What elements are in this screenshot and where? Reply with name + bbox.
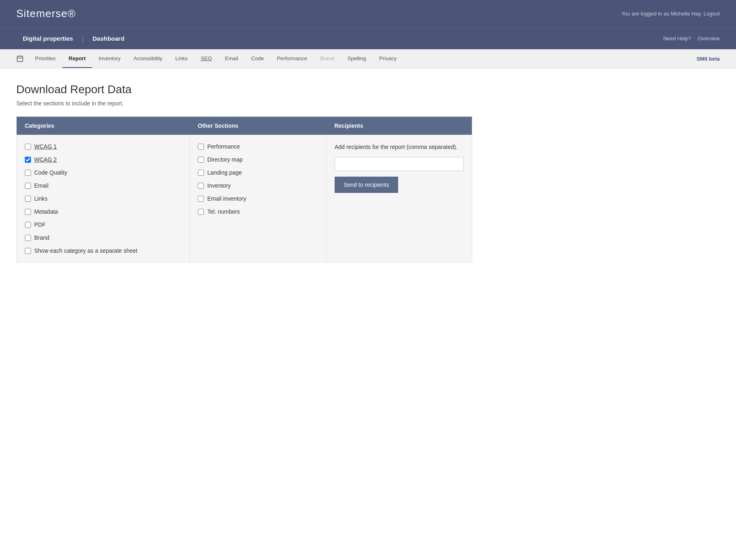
pdf-label: PDF [34,221,46,228]
subnav-report[interactable]: Report [62,50,92,68]
list-item: Show each category as a separate sheet [25,247,181,254]
recipients-cell: Add recipients for the report (comma sep… [326,135,472,262]
email-inventory-label: Email inventory [207,195,246,202]
subnav-inventory[interactable]: Inventory [92,50,127,68]
wcag1-checkbox[interactable] [25,144,31,150]
page-title: Download Report Data [16,83,472,96]
performance-checkbox[interactable] [198,144,204,150]
nav-bar: Digital properties | Dashboard Need Help… [0,27,736,49]
send-to-recipients-button[interactable]: Send to recipients [335,177,398,193]
recipients-input[interactable] [335,157,464,171]
list-item: Performance [198,143,318,150]
directory-map-label: Directory map [207,156,243,163]
other-sections-cell: Performance Directory map Landing page I… [190,135,326,262]
page-subtitle: Select the sections to include in the re… [16,100,472,107]
list-item: Metadata [25,208,181,215]
need-help-link[interactable]: Need Help? [663,35,691,42]
list-item: Email inventory [198,195,318,202]
nav-digital-properties[interactable]: Digital properties [16,28,79,49]
subnav-spelling[interactable]: Spelling [341,50,372,68]
sub-nav: Priorities Report Inventory Accessibilit… [0,49,736,68]
logout-link[interactable]: Logout [703,11,720,17]
calendar-icon [16,49,28,68]
subnav-links[interactable]: Links [169,50,194,68]
tel-numbers-label: Tel. numbers [207,208,240,215]
subnav-performance[interactable]: Performance [270,50,313,68]
wcag1-label[interactable]: WCAG 1 [34,143,57,150]
nav-right: Need Help? Overview [663,35,720,42]
list-item: Code Quality [25,169,181,176]
top-bar: Sitemerse® You are logged in as Michelle… [0,0,736,27]
subnav-accessibility[interactable]: Accessibility [127,50,169,68]
subnav-seo[interactable]: SEO [194,50,218,68]
email-label: Email [34,182,48,189]
user-info-text: You are logged in as Michelle Hay. [621,11,702,17]
col-header-recipients: Recipients [326,117,472,135]
inventory-label: Inventory [207,182,231,189]
nav-divider: | [79,28,86,49]
links-label: Links [34,195,48,202]
nav-left: Digital properties | Dashboard [16,28,131,49]
separate-sheet-checkbox[interactable] [25,248,31,254]
list-item: Inventory [198,182,318,189]
user-info-bar: You are logged in as Michelle Hay. Logou… [621,11,720,17]
list-item: WCAG 1 [25,143,181,150]
recipients-label: Add recipients for the report (comma sep… [335,143,464,151]
tel-numbers-checkbox[interactable] [198,209,204,215]
svg-rect-0 [17,56,23,62]
list-item: Links [25,195,181,202]
landing-page-label: Landing page [207,169,242,176]
overview-link[interactable]: Overview [698,35,720,42]
col-header-other: Other Sections [190,117,326,135]
list-item: Tel. numbers [198,208,318,215]
brand-checkbox[interactable] [25,235,31,241]
report-table: Categories Other Sections Recipients WCA… [16,116,472,262]
wcag2-checkbox[interactable] [25,157,31,163]
brand-label: Brand [34,234,49,241]
code-quality-label: Code Quality [34,169,67,176]
beta-label: SMII beta [697,50,720,68]
metadata-label: Metadata [34,208,58,215]
list-item: Directory map [198,156,318,163]
subnav-priorities[interactable]: Priorities [28,50,62,68]
wcag2-label[interactable]: WCAG 2 [34,156,57,163]
links-checkbox[interactable] [25,196,31,202]
email-inventory-checkbox[interactable] [198,196,204,202]
performance-label: Performance [207,143,240,150]
logo: Sitemerse® [16,7,76,20]
subnav-code[interactable]: Code [245,50,270,68]
landing-page-checkbox[interactable] [198,170,204,176]
code-quality-checkbox[interactable] [25,170,31,176]
metadata-checkbox[interactable] [25,209,31,215]
list-item: Landing page [198,169,318,176]
list-item: WCAG 2 [25,156,181,163]
inventory-checkbox[interactable] [198,183,204,189]
categories-cell: WCAG 1 WCAG 2 Code Quality Email [17,135,190,262]
nav-dashboard[interactable]: Dashboard [86,28,131,49]
subnav-brand[interactable]: Brand [314,50,341,68]
directory-map-checkbox[interactable] [198,157,204,163]
email-checkbox[interactable] [25,183,31,189]
main-content: Download Report Data Select the sections… [0,68,488,277]
subnav-privacy[interactable]: Privacy [373,50,403,68]
list-item: Email [25,182,181,189]
list-item: PDF [25,221,181,228]
separate-sheet-label: Show each category as a separate sheet [34,247,138,254]
list-item: Brand [25,234,181,241]
subnav-email[interactable]: Email [219,50,245,68]
pdf-checkbox[interactable] [25,222,31,228]
col-header-categories: Categories [17,117,190,135]
